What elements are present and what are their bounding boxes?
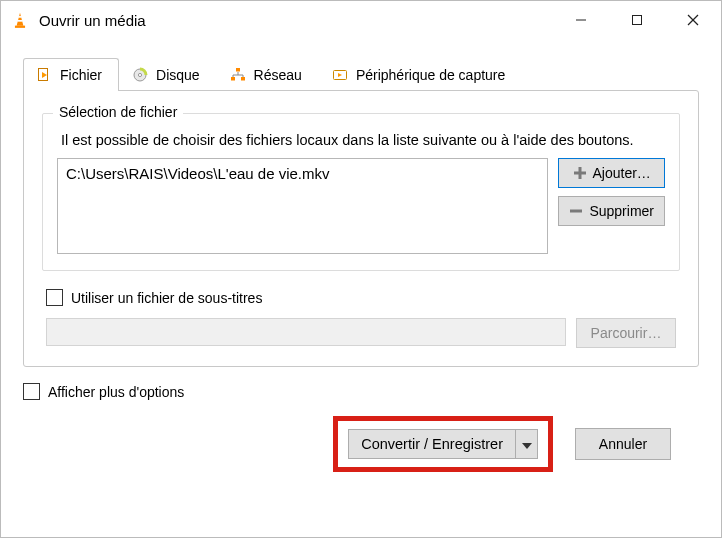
convert-save-dropdown[interactable] xyxy=(516,429,538,459)
file-selection-legend: Sélection de fichier xyxy=(53,104,183,120)
tab-panel-file: Sélection de fichier Il est possible de … xyxy=(23,90,699,367)
file-selection-hint: Il est possible de choisir des fichiers … xyxy=(61,132,665,148)
use-subtitle-label: Utiliser un fichier de sous-titres xyxy=(71,290,262,306)
more-options-checkbox[interactable] xyxy=(23,383,40,400)
tab-bar: Fichier Disque Réseau Périphérique de ca… xyxy=(23,57,699,90)
svg-rect-5 xyxy=(633,16,642,25)
file-list-item[interactable]: C:\Users\RAIS\Videos\L'eau de vie.mkv xyxy=(66,165,539,182)
svg-rect-19 xyxy=(570,210,582,213)
svg-rect-14 xyxy=(241,77,245,81)
svg-rect-13 xyxy=(231,77,235,81)
convert-highlight: Convertir / Enregistrer xyxy=(333,416,553,472)
tab-file[interactable]: Fichier xyxy=(23,58,119,91)
minus-icon xyxy=(569,204,583,218)
maximize-button[interactable] xyxy=(609,2,665,38)
chevron-down-icon xyxy=(522,436,532,452)
browse-subtitle-button: Parcourir… xyxy=(576,318,676,348)
use-subtitle-checkbox[interactable] xyxy=(46,289,63,306)
add-file-button[interactable]: Ajouter… xyxy=(558,158,665,188)
convert-save-button[interactable]: Convertir / Enregistrer xyxy=(348,429,516,459)
add-file-label: Ajouter… xyxy=(593,165,651,181)
remove-file-button[interactable]: Supprimer xyxy=(558,196,665,226)
cancel-label: Annuler xyxy=(599,436,647,452)
subtitle-path-input xyxy=(46,318,566,346)
svg-marker-20 xyxy=(522,443,532,449)
disc-tab-icon xyxy=(132,67,148,83)
tab-capture-label: Périphérique de capture xyxy=(356,67,505,83)
file-selection-group: Sélection de fichier Il est possible de … xyxy=(42,113,680,271)
tab-capture[interactable]: Périphérique de capture xyxy=(319,58,522,91)
vlc-cone-icon xyxy=(11,11,29,29)
titlebar: Ouvrir un média xyxy=(1,1,721,39)
svg-rect-18 xyxy=(574,172,586,175)
svg-point-11 xyxy=(138,73,141,76)
window-title: Ouvrir un média xyxy=(39,12,146,29)
svg-rect-3 xyxy=(15,26,25,28)
tab-disc-label: Disque xyxy=(156,67,200,83)
cancel-button[interactable]: Annuler xyxy=(575,428,671,460)
browse-subtitle-label: Parcourir… xyxy=(591,325,662,341)
file-tab-icon xyxy=(36,67,52,83)
file-list[interactable]: C:\Users\RAIS\Videos\L'eau de vie.mkv xyxy=(57,158,548,254)
tab-file-label: Fichier xyxy=(60,67,102,83)
svg-rect-1 xyxy=(18,16,21,18)
capture-tab-icon xyxy=(332,67,348,83)
close-button[interactable] xyxy=(665,2,721,38)
svg-rect-2 xyxy=(17,20,22,22)
remove-file-label: Supprimer xyxy=(589,203,654,219)
convert-save-label: Convertir / Enregistrer xyxy=(361,436,503,452)
tab-network-label: Réseau xyxy=(254,67,302,83)
tab-disc[interactable]: Disque xyxy=(119,58,217,91)
svg-marker-0 xyxy=(17,13,24,26)
tab-network[interactable]: Réseau xyxy=(217,58,319,91)
more-options-label: Afficher plus d'options xyxy=(48,384,184,400)
plus-icon xyxy=(573,166,587,180)
svg-rect-12 xyxy=(236,68,240,72)
network-tab-icon xyxy=(230,67,246,83)
minimize-button[interactable] xyxy=(553,2,609,38)
